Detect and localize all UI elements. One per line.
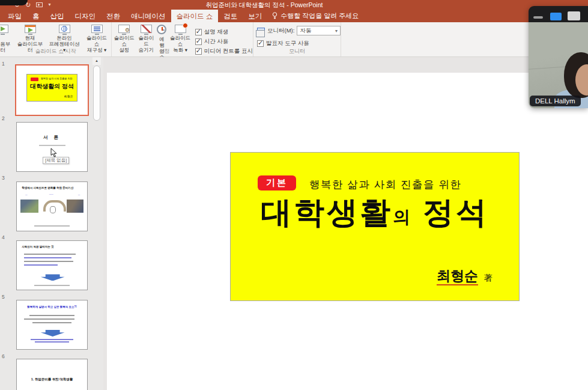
record-icon [175,25,186,33]
slide-number: 2 [2,115,5,121]
thumbnail-slide-4[interactable]: 사회인이 되면 달라지는 것 [16,240,88,290]
monitor-select-value: 자동 [300,27,311,35]
slide-subtitle: 행복한 삶과 사회 진출을 위한 [309,177,461,192]
scrollbar-thumb[interactable] [93,66,100,121]
mini-badge [31,78,38,81]
thumb-text-line [24,318,74,320]
webcam-blue-button[interactable] [550,13,562,20]
checkbox-icon: ✓ [257,40,264,47]
thumb5-body-lines [24,315,80,326]
monitor-field-label: 모니터(M): [267,27,294,35]
thumb2-title: 서 론 [17,135,87,141]
thumb-text-line [32,322,72,323]
mouse-cursor-icon [50,148,57,157]
hide-slide-icon [141,25,152,33]
slide-title: 대학생활의 정석 [231,192,519,234]
thumb-blue-label: — [25,193,28,196]
slide-surface[interactable]: 기본 행복한 삶과 사회 진출을 위한 대학생활의 정석 최형순著 [107,73,588,390]
webcam-overlay-window[interactable]: DELL Hallym [529,6,588,108]
powerpoint-window: ↺ ↻ ▾ 취업준비와 대학생활의 정석 - PowerPoint 파일 홈 삽… [0,0,588,390]
thumbnail-slide-1[interactable]: 행복한 삶과 사회 진출을 위한 대학생활의 정석 최형순 [15,64,89,116]
author-name: 최형순 [437,268,478,285]
monitor-current-play-icon [25,25,36,33]
thumb-text-line [35,341,68,343]
slide-number: 1 [2,61,5,67]
thumb3-images [20,197,83,216]
slide-number: 6 [2,353,5,359]
tab-review[interactable]: 검토 [218,10,243,22]
thumb3-title: 학생에서 사회인으로 변화를 위한 준비기간 [22,186,73,189]
slide-number: 5 [2,294,5,300]
slide-number: 4 [2,234,5,240]
tab-file[interactable]: 파일 [2,10,27,22]
tab-design[interactable]: 디자인 [70,10,102,22]
slide-editing-canvas: 기본 행복한 삶과 사회 진출을 위한 대학생활의 정석 최형순著 [103,57,588,390]
overlay-window-corner [0,0,28,5]
participant-name-badge: DELL Hallym [530,96,581,106]
clock-icon [157,25,166,34]
badge-label: 기본 [258,175,296,190]
tab-transitions[interactable]: 전환 [101,10,126,22]
tab-insert[interactable]: 삽입 [45,10,70,22]
mini-author: 최형순 [64,94,73,98]
monitor-select[interactable]: 자동 ▾ [297,26,341,35]
thumb-caption-line [34,225,70,227]
tab-animations[interactable]: 애니메이션 [126,10,171,22]
group-monitors: 모니터(M): 자동 ▾ ✓ 발표자 도구 사용 모니터 [253,22,341,56]
tab-home[interactable]: 홈 [27,10,45,22]
title-banner-shape[interactable]: 기본 행복한 삶과 사회 진출을 위한 대학생활의 정석 최형순著 [230,152,520,301]
monitor-icon [257,28,265,34]
thumbnail-scrollbar[interactable]: ▲ [92,57,101,390]
thumb-text-line [24,254,76,255]
thumb-text-line [24,264,58,266]
use-presenter-view-checkbox[interactable]: ✓ 발표자 도구 사용 [257,40,341,47]
tab-view[interactable]: 보기 [243,10,267,22]
blue-arrow-shape [41,274,65,281]
thumbnail-slide-3[interactable]: 학생에서 사회인으로 변화를 위한 준비기간 — —— — [16,181,88,231]
thumb-text-line [24,257,72,258]
chevron-down-icon: ▾ [335,28,338,34]
photo-placeholder [20,200,38,213]
use-timings-checkbox[interactable]: ✓ 시간 사용 [195,38,253,46]
thumb6-title: 1. 취업준비를 위한 대학생활 [17,377,87,382]
group-label-setup: 설정 [76,47,253,55]
checkbox-icon: ✓ [195,38,202,45]
thumb4-title: 사회인이 되면 달라지는 것 [22,245,53,248]
thumb-caption-line [34,285,70,286]
slide-thumbnail-panel: 1 2 3 4 5 6 행복한 삶과 사회 진출을 위한 대학생활의 정석 최형… [0,57,103,390]
mini-title: 대학생활의 정석 [27,82,77,91]
thumb-text-line [29,315,74,316]
lightbulb-icon [272,12,277,20]
slide-list-icon [91,25,103,33]
thumbnail-tooltip: [제목 없음] [43,157,69,164]
window-title: 취업준비와 대학생활의 정석 - PowerPoint [0,1,529,10]
webcam-titlebar[interactable] [529,6,588,22]
tab-slideshow[interactable]: 슬라이드 쇼 [171,10,219,22]
blue-arrow-shape [41,330,65,337]
online-globe-icon [59,25,70,33]
tell-me-label: 수행할 작업을 알려 주세요 [280,11,359,20]
thumb-text-line [24,261,73,262]
group-setup: ⚙ 슬라이드 쇼 설정 슬라이드 숨기기 예행 연습 슬라이드 쇼 녹화 ▾ [112,22,253,56]
thumbnail-slide-5[interactable]: 행복하게 살면서 하고 싶은 행복의 요소?! [16,300,88,350]
scrollbar-up-icon[interactable]: ▲ [92,57,101,65]
setup-gear-icon: ⚙ [118,25,130,33]
photo-placeholder [67,200,83,213]
author-suffix: 著 [484,273,493,282]
thumbnail-slide-2[interactable]: 서 론 [제목 없음] [16,122,88,172]
thumb-text-line [39,145,65,146]
minimize-icon[interactable] [533,16,543,19]
mini-subtitle: 행복한 삶과 사회 진출을 위한 [41,77,72,80]
ribbon-slideshow: 처음부터 현재 슬라이드부터 온라인 프레젠테이션 ▾ 슬라이드 쇼 재구성 ▾… [0,22,588,57]
play-narrations-checkbox[interactable]: ✓ 설명 재생 [195,28,253,36]
titlebar: ↺ ↻ ▾ 취업준비와 대학생활의 정석 - PowerPoint [0,0,588,10]
maximize-icon[interactable] [568,11,580,20]
thumbnail-slide-6[interactable]: 1. 취업준비를 위한 대학생활 [16,359,88,390]
monitor-play-icon [0,25,8,33]
checkbox-icon: ✓ [195,29,202,35]
author-line: 최형순著 [437,267,493,285]
thumb-blue-label: — [78,193,80,196]
webcam-video-feed: DELL Hallym [529,22,588,108]
tell-me-box[interactable]: 수행할 작업을 알려 주세요 [267,10,363,22]
slide-number: 3 [2,175,5,181]
